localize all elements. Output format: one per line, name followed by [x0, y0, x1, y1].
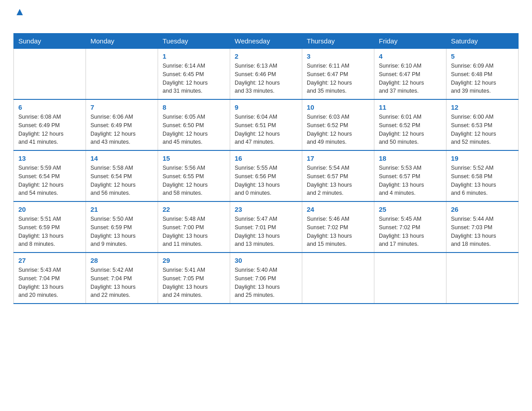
day-number: 6 [18, 103, 81, 111]
day-info: Sunrise: 6:08 AM Sunset: 6:49 PM Dayligh… [18, 113, 81, 146]
calendar-week-row: 13Sunrise: 5:59 AM Sunset: 6:54 PM Dayli… [14, 150, 519, 201]
calendar-cell: 14Sunrise: 5:58 AM Sunset: 6:54 PM Dayli… [86, 150, 158, 201]
day-info: Sunrise: 6:14 AM Sunset: 6:45 PM Dayligh… [163, 62, 225, 95]
calendar-cell: 11Sunrise: 6:01 AM Sunset: 6:52 PM Dayli… [374, 99, 446, 150]
calendar-cell: 25Sunrise: 5:45 AM Sunset: 7:02 PM Dayli… [374, 201, 446, 253]
day-info: Sunrise: 6:09 AM Sunset: 6:48 PM Dayligh… [451, 62, 514, 95]
day-info: Sunrise: 5:58 AM Sunset: 6:54 PM Dayligh… [90, 164, 153, 197]
svg-marker-0 [17, 9, 23, 15]
day-number: 23 [235, 206, 297, 213]
calendar-cell: 4Sunrise: 6:10 AM Sunset: 6:47 PM Daylig… [374, 49, 446, 100]
day-info: Sunrise: 5:46 AM Sunset: 7:02 PM Dayligh… [307, 215, 369, 248]
day-number: 9 [235, 103, 297, 111]
calendar-cell: 27Sunrise: 5:43 AM Sunset: 7:04 PM Dayli… [14, 253, 86, 304]
calendar-cell: 8Sunrise: 6:05 AM Sunset: 6:50 PM Daylig… [158, 99, 230, 150]
day-number: 19 [451, 154, 514, 162]
calendar-week-row: 6Sunrise: 6:08 AM Sunset: 6:49 PM Daylig… [14, 99, 519, 150]
calendar-header-row: SundayMondayTuesdayWednesdayThursdayFrid… [14, 34, 519, 49]
calendar-cell: 28Sunrise: 5:42 AM Sunset: 7:04 PM Dayli… [86, 253, 158, 304]
calendar-cell: 16Sunrise: 5:55 AM Sunset: 6:56 PM Dayli… [230, 150, 302, 201]
day-number: 7 [90, 103, 153, 111]
calendar-cell: 18Sunrise: 5:53 AM Sunset: 6:57 PM Dayli… [374, 150, 446, 201]
calendar-cell: 13Sunrise: 5:59 AM Sunset: 6:54 PM Dayli… [14, 150, 86, 201]
day-number: 20 [18, 206, 81, 213]
day-number: 14 [90, 154, 153, 162]
day-info: Sunrise: 5:40 AM Sunset: 7:06 PM Dayligh… [235, 266, 297, 300]
weekday-header-thursday: Thursday [302, 34, 374, 49]
day-number: 17 [307, 154, 369, 162]
day-info: Sunrise: 5:54 AM Sunset: 6:57 PM Dayligh… [307, 164, 369, 197]
calendar-cell: 3Sunrise: 6:11 AM Sunset: 6:47 PM Daylig… [302, 49, 374, 100]
day-info: Sunrise: 5:53 AM Sunset: 6:57 PM Dayligh… [379, 164, 442, 197]
day-number: 13 [18, 154, 81, 162]
calendar-cell: 26Sunrise: 5:44 AM Sunset: 7:03 PM Dayli… [446, 201, 519, 253]
calendar-cell: 22Sunrise: 5:48 AM Sunset: 7:00 PM Dayli… [158, 201, 230, 253]
day-info: Sunrise: 6:10 AM Sunset: 6:47 PM Dayligh… [379, 62, 442, 95]
weekday-header-monday: Monday [86, 34, 158, 49]
weekday-header-friday: Friday [374, 34, 446, 49]
calendar-cell: 15Sunrise: 5:56 AM Sunset: 6:55 PM Dayli… [158, 150, 230, 201]
day-info: Sunrise: 5:42 AM Sunset: 7:04 PM Dayligh… [90, 266, 153, 300]
day-number: 27 [18, 257, 81, 264]
calendar-cell: 7Sunrise: 6:06 AM Sunset: 6:49 PM Daylig… [86, 99, 158, 150]
calendar-week-row: 20Sunrise: 5:51 AM Sunset: 6:59 PM Dayli… [14, 201, 519, 253]
calendar-cell [374, 253, 446, 304]
day-number: 15 [163, 154, 225, 162]
day-number: 11 [379, 103, 442, 111]
calendar-cell: 19Sunrise: 5:52 AM Sunset: 6:58 PM Dayli… [446, 150, 519, 201]
day-number: 24 [307, 206, 369, 213]
day-number: 16 [235, 154, 297, 162]
day-number: 10 [307, 103, 369, 111]
day-number: 25 [379, 206, 442, 213]
calendar-cell: 9Sunrise: 6:04 AM Sunset: 6:51 PM Daylig… [230, 99, 302, 150]
day-number: 28 [90, 257, 153, 264]
day-info: Sunrise: 5:45 AM Sunset: 7:02 PM Dayligh… [379, 215, 442, 248]
day-info: Sunrise: 6:00 AM Sunset: 6:53 PM Dayligh… [451, 113, 514, 146]
calendar-cell: 6Sunrise: 6:08 AM Sunset: 6:49 PM Daylig… [14, 99, 86, 150]
day-number: 26 [451, 206, 514, 213]
calendar-cell: 1Sunrise: 6:14 AM Sunset: 6:45 PM Daylig… [158, 49, 230, 100]
calendar-cell: 29Sunrise: 5:41 AM Sunset: 7:05 PM Dayli… [158, 253, 230, 304]
day-info: Sunrise: 6:06 AM Sunset: 6:49 PM Dayligh… [90, 113, 153, 146]
day-number: 22 [163, 206, 225, 213]
day-info: Sunrise: 6:04 AM Sunset: 6:51 PM Dayligh… [235, 113, 297, 146]
day-number: 18 [379, 154, 442, 162]
logo [13, 9, 25, 29]
calendar-cell [446, 253, 519, 304]
calendar-cell [86, 49, 158, 100]
calendar-cell: 30Sunrise: 5:40 AM Sunset: 7:06 PM Dayli… [230, 253, 302, 304]
calendar-cell [302, 253, 374, 304]
day-info: Sunrise: 6:13 AM Sunset: 6:46 PM Dayligh… [235, 62, 297, 95]
weekday-header-tuesday: Tuesday [158, 34, 230, 49]
day-info: Sunrise: 5:59 AM Sunset: 6:54 PM Dayligh… [18, 164, 81, 197]
day-number: 21 [90, 206, 153, 213]
day-info: Sunrise: 5:55 AM Sunset: 6:56 PM Dayligh… [235, 164, 297, 197]
day-info: Sunrise: 5:52 AM Sunset: 6:58 PM Dayligh… [451, 164, 514, 197]
day-info: Sunrise: 5:56 AM Sunset: 6:55 PM Dayligh… [163, 164, 225, 197]
calendar-cell: 24Sunrise: 5:46 AM Sunset: 7:02 PM Dayli… [302, 201, 374, 253]
day-number: 5 [451, 52, 514, 60]
day-number: 8 [163, 103, 225, 111]
day-info: Sunrise: 5:48 AM Sunset: 7:00 PM Dayligh… [163, 215, 225, 248]
calendar-cell: 23Sunrise: 5:47 AM Sunset: 7:01 PM Dayli… [230, 201, 302, 253]
day-info: Sunrise: 6:11 AM Sunset: 6:47 PM Dayligh… [307, 62, 369, 95]
day-number: 29 [163, 257, 225, 264]
calendar-cell: 10Sunrise: 6:03 AM Sunset: 6:52 PM Dayli… [302, 99, 374, 150]
calendar-cell: 17Sunrise: 5:54 AM Sunset: 6:57 PM Dayli… [302, 150, 374, 201]
weekday-header-saturday: Saturday [446, 34, 519, 49]
day-info: Sunrise: 5:41 AM Sunset: 7:05 PM Dayligh… [163, 266, 225, 300]
page-header [13, 9, 519, 29]
calendar-week-row: 1Sunrise: 6:14 AM Sunset: 6:45 PM Daylig… [14, 49, 519, 100]
day-info: Sunrise: 6:05 AM Sunset: 6:50 PM Dayligh… [163, 113, 225, 146]
calendar-cell: 12Sunrise: 6:00 AM Sunset: 6:53 PM Dayli… [446, 99, 519, 150]
calendar-table: SundayMondayTuesdayWednesdayThursdayFrid… [13, 33, 519, 304]
day-number: 1 [163, 52, 225, 60]
day-info: Sunrise: 5:51 AM Sunset: 6:59 PM Dayligh… [18, 215, 81, 248]
day-number: 30 [235, 257, 297, 264]
day-number: 2 [235, 52, 297, 60]
day-number: 3 [307, 52, 369, 60]
calendar-cell: 20Sunrise: 5:51 AM Sunset: 6:59 PM Dayli… [14, 201, 86, 253]
day-info: Sunrise: 6:03 AM Sunset: 6:52 PM Dayligh… [307, 113, 369, 146]
calendar-week-row: 27Sunrise: 5:43 AM Sunset: 7:04 PM Dayli… [14, 253, 519, 304]
weekday-header-wednesday: Wednesday [230, 34, 302, 49]
